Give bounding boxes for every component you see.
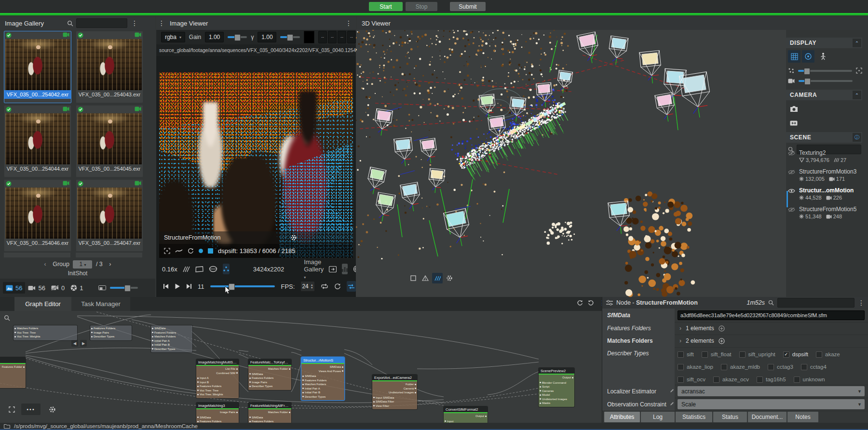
hdr-sphere-icon[interactable] xyxy=(209,266,217,272)
describer-checkbox-cctag4[interactable]: cctag4 xyxy=(801,364,827,370)
graph-node[interactable]: FeatureMatc...ToKeyframesMatches FolderS… xyxy=(248,359,291,390)
gain-value[interactable]: 1.00 xyxy=(205,32,224,42)
play-button[interactable] xyxy=(175,283,180,289)
scene-list-item[interactable]: StructureFromMotion551,348248 xyxy=(788,206,863,219)
describer-checkbox-sift_float[interactable]: sift_float xyxy=(702,351,732,358)
gallery-thumbnail[interactable]: VFX_035_00...254047.exr xyxy=(76,179,143,252)
gallery-thumbnail[interactable]: VFX_035_00...254045.exr xyxy=(76,105,143,177)
graph-node[interactable]: ExportAni...edCamera2FolderCameraUndisto… xyxy=(372,375,417,409)
refresh-status-icon[interactable] xyxy=(577,300,583,306)
graph-fit-button[interactable] xyxy=(6,403,17,415)
graph-settings-gear[interactable] xyxy=(46,403,58,415)
expand-caret-icon[interactable]: › xyxy=(679,325,681,332)
render-settings-gear[interactable] xyxy=(444,273,455,283)
tab-task-manager[interactable]: Task Manager xyxy=(71,297,130,311)
graph-node[interactable]: ConvertSfMFormat2OutputInputImage White … xyxy=(444,406,488,423)
submit-button[interactable]: Submit xyxy=(450,2,486,11)
intrinsics-chip[interactable]: 1 xyxy=(68,282,86,294)
refresh-icon[interactable] xyxy=(334,283,341,290)
start-button[interactable]: Start xyxy=(369,2,403,11)
hatch-icon[interactable] xyxy=(183,266,190,272)
camera-section-header[interactable]: CAMERA⌃ xyxy=(786,90,862,100)
gallery-search-input[interactable] xyxy=(76,18,127,28)
photo-camera-icon[interactable] xyxy=(788,103,800,115)
describer-checkbox-akaze_liop[interactable]: akaze_liop xyxy=(678,364,713,370)
zoom-level[interactable]: 0.16x xyxy=(162,266,177,273)
scene-list-item[interactable]: StructureFromMotion3132,005171 xyxy=(788,168,863,182)
frame-icon[interactable] xyxy=(195,266,203,272)
tab-graph-editor[interactable]: Graph Editor xyxy=(14,297,71,311)
point-cloud-toggle[interactable] xyxy=(223,264,230,274)
viewer-menu2-icon[interactable]: ⋮ xyxy=(345,20,352,27)
wireframe-toggle[interactable] xyxy=(420,273,431,283)
graph-node[interactable]: ScenePreview2OutputBlender CommandScript… xyxy=(539,368,574,407)
visibility-eye-icon[interactable] xyxy=(788,207,795,212)
node-tab-status[interactable]: Status xyxy=(713,412,747,422)
describer-checkbox-unknown[interactable]: unknown xyxy=(794,376,825,383)
observation-select[interactable]: Scale▼ xyxy=(678,399,865,409)
footage-image[interactable]: StructureFromMotion dspsift: 13853 / 600… xyxy=(159,72,353,258)
prev-frame-button[interactable] xyxy=(163,283,169,289)
overlay-gear-icon[interactable] xyxy=(290,234,297,241)
gain-slider[interactable] xyxy=(228,36,247,38)
node-tab-attributes[interactable]: Attributes xyxy=(604,412,640,422)
landmarks-dot-icon[interactable] xyxy=(199,249,203,253)
timeline-slider[interactable] xyxy=(210,285,275,287)
reload-features-icon[interactable] xyxy=(188,248,194,254)
group-prev-button[interactable]: ‹ xyxy=(44,261,46,268)
tracks-icon[interactable] xyxy=(164,248,170,254)
localizer-select[interactable]: acransac▼ xyxy=(678,386,865,396)
point-size-slider[interactable] xyxy=(798,70,852,72)
gamma-value[interactable]: 1.00 xyxy=(258,32,276,42)
gallery-thumbnail[interactable]: VFX_035_00...254044.exr xyxy=(4,105,71,177)
describer-checkbox-akaze[interactable]: akaze xyxy=(816,351,840,358)
node-tab-document-[interactable]: Document... xyxy=(748,412,787,422)
thumbnail-size-slider[interactable] xyxy=(110,287,138,289)
viewer-menu-icon[interactable]: ⋮ xyxy=(158,20,165,27)
resize-frame-icon[interactable] xyxy=(788,117,800,129)
attribute-search-input[interactable] xyxy=(777,298,854,308)
stop-button[interactable]: Stop xyxy=(406,2,437,11)
scene-info-icon[interactable]: ⓘ xyxy=(853,133,861,142)
node-tab-log[interactable]: Log xyxy=(641,412,675,422)
camera-scale-slider[interactable] xyxy=(799,80,853,82)
gizmo-toggle[interactable] xyxy=(802,50,814,63)
graph-search-icon[interactable] xyxy=(4,315,10,321)
loop-icon[interactable] xyxy=(321,283,328,289)
features-square-icon[interactable] xyxy=(208,248,213,254)
gallery-thumbnail[interactable]: VFX_035_00...254046.exr xyxy=(4,179,71,252)
locator-toggle[interactable] xyxy=(817,50,829,63)
channel-select[interactable]: rgba▾ xyxy=(161,32,185,42)
bbox-toggle[interactable] xyxy=(408,273,419,283)
graph-node[interactable]: ImageMatchingMultiSfM4List FileCombined … xyxy=(196,359,239,398)
disabled-camera-chip[interactable]: 0 xyxy=(48,282,68,294)
describer-checkbox-tag16h5[interactable]: tag16h5 xyxy=(757,376,786,383)
sfmdata-input[interactable]: a3df86d8eec31a8e79e4e5d0232f067c80849/co… xyxy=(678,310,865,320)
histogram-icon[interactable] xyxy=(342,264,348,274)
gallery-menu-icon[interactable]: ⋮ xyxy=(131,20,138,27)
scene-section-header[interactable]: SCENEⓘ xyxy=(786,132,862,143)
expand-caret-icon[interactable]: › xyxy=(679,337,681,344)
graph-editor-canvas[interactable]: ◀ ▶ Matches FoldersVoc Tree: TreeVoc Tre… xyxy=(0,311,602,423)
display-section-header[interactable]: DISPLAY⌃ xyxy=(786,38,862,48)
add-element-icon[interactable] xyxy=(719,338,725,344)
texture-toggle[interactable] xyxy=(432,273,443,283)
describer-checkbox-dspsift[interactable]: ✓dspsift xyxy=(783,351,808,358)
source-select[interactable]: Image Gallery ▾ xyxy=(304,258,324,280)
graph-node[interactable]: FeatureMatchingAllFramesMatches FolderSf… xyxy=(248,403,291,423)
visibility-eye-icon[interactable] xyxy=(788,188,795,193)
matches-curve-icon[interactable] xyxy=(175,248,183,254)
gallery-thumbnail[interactable]: VFX_035_00...254043.exr xyxy=(76,31,143,103)
current-frame[interactable]: 11 xyxy=(198,283,204,290)
collapse-icon[interactable]: ⌃ xyxy=(853,91,861,99)
describer-checkbox-akaze_ocv[interactable]: akaze_ocv xyxy=(713,376,749,383)
add-element-icon[interactable] xyxy=(719,325,725,332)
group-select[interactable]: 1 ▾ xyxy=(73,260,92,269)
describer-checkbox-sift_ocv[interactable]: sift_ocv xyxy=(678,376,705,383)
visibility-eye-icon[interactable] xyxy=(788,151,795,156)
scene-list-item[interactable]: Texturing23,794,67627 xyxy=(788,149,863,163)
camera-count-chip[interactable]: 56 xyxy=(25,282,48,294)
graph-prev-icon[interactable]: ◀ xyxy=(71,340,78,347)
graph-node[interactable]: ImageMatching3Image PairsSfMDataFeatures… xyxy=(196,403,239,423)
graph-node[interactable]: Features FoldersImage PairsDescriber Typ… xyxy=(90,325,132,340)
